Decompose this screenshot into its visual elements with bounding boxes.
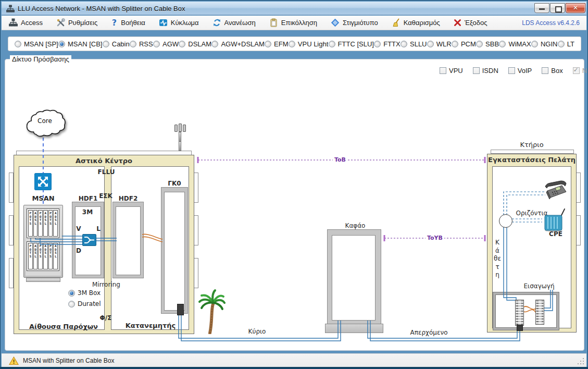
nblt-checkbox: NBLT [573, 67, 588, 75]
mirror-radio[interactable]: 3M Box [68, 289, 101, 297]
radio-icon [531, 41, 538, 47]
mode-radio[interactable]: MSAN [CB] [58, 40, 102, 48]
mirror-radio[interactable]: Duratel [68, 300, 101, 308]
line-card: ADSL [33, 210, 38, 237]
mode-radio[interactable]: NGIN [531, 40, 558, 48]
gko-cable-connector [177, 304, 184, 315]
entry-label: Εισαγωγή [521, 282, 557, 290]
toolbar-access-button[interactable]: Access [9, 18, 43, 27]
msan-switch-icon [34, 173, 52, 190]
mode-radio[interactable]: SBB [476, 40, 499, 48]
cpe-label: CPE [545, 230, 566, 238]
building-window [194, 173, 198, 203]
mode-radio[interactable]: RSS [130, 40, 153, 48]
street-cabinet-base [325, 324, 383, 333]
refresh-icon [212, 18, 221, 27]
app-version-label: LDS Access v6.4.2.6 [522, 19, 580, 27]
radio-icon [68, 290, 75, 297]
title-bar[interactable]: LLU Access Network - MSAN with Splitter … [2, 2, 586, 15]
distribution-point-circle [499, 214, 512, 228]
mode-radio-label: SBB [485, 40, 499, 48]
box-checkbox[interactable]: Box [542, 67, 562, 75]
splitter-l-label: L [94, 225, 103, 232]
toolbar-circuit-button[interactable]: Κύκλωμα [159, 18, 199, 27]
antenna-mast [179, 141, 181, 151]
palm-tree [197, 287, 226, 334]
window-title: LLU Access Network - MSAN with Splitter … [18, 5, 185, 13]
service-checkbox-row: VPU ISDN VoIP Box NBLT [440, 67, 588, 75]
mode-radio[interactable]: DSLAM [179, 40, 211, 48]
radio-icon [401, 41, 407, 47]
radio-icon [15, 41, 21, 47]
mode-radio[interactable]: SLLU [401, 40, 427, 48]
radio-icon [179, 41, 185, 47]
mode-radio[interactable]: LT [558, 40, 574, 48]
line-card: ADSL [53, 210, 58, 237]
mode-radio[interactable]: FTTC [SLU] [329, 40, 374, 48]
line-card: ADSL [43, 210, 48, 237]
mode-radio[interactable]: WiMAX [499, 40, 531, 48]
toolbar-label: Βοήθεια [121, 19, 145, 27]
radio-icon [211, 41, 218, 47]
toolbar-clean-button[interactable]: Καθαρισμός [392, 18, 440, 27]
mode-radio[interactable]: WLR [427, 40, 452, 48]
toolbar-refresh-button[interactable]: Ανανέωση [212, 18, 256, 27]
close-button[interactable] [566, 3, 585, 13]
mode-radio[interactable]: PCM [452, 40, 476, 48]
checkbox-icon [508, 67, 515, 74]
mode-radio[interactable]: FTTX [374, 40, 401, 48]
voip-checkbox[interactable]: VoIP [508, 67, 532, 75]
mode-radio-label: NGIN [541, 40, 558, 48]
mode-radio[interactable]: AGW+DSLAM [211, 40, 264, 48]
warning-icon: ! [9, 356, 19, 365]
central-office-title: Αστικό Κέντρο [14, 156, 194, 166]
checkbox-label: NBLT [582, 67, 588, 75]
help-icon: ? [111, 18, 118, 27]
toolbar-paste-button[interactable]: Επικόλληση [269, 18, 317, 27]
toolbar-help-button[interactable]: ? Βοήθεια [111, 18, 145, 27]
building-label: Κτήριο [508, 141, 555, 149]
mirror-radio-label: 3M Box [78, 289, 101, 297]
toolbar-snapshot-button[interactable]: Στιγμιότυπο [331, 18, 378, 27]
isdn-checkbox[interactable]: ISDN [473, 67, 498, 75]
status-message: MSAN with Splitter on Cable Box [23, 357, 114, 364]
radio-icon [103, 41, 109, 47]
building-window [9, 173, 14, 203]
mode-radio-label: FTTX [383, 40, 401, 48]
restore-button[interactable] [550, 3, 565, 13]
radio-icon [452, 41, 458, 47]
customer-title: Εγκαταστάσεις Πελάτη [487, 155, 576, 165]
hdf1-label: HDF1 [73, 195, 103, 202]
toolbar-exit-button[interactable]: Έξοδος [454, 19, 487, 27]
building-window [576, 173, 581, 203]
tob-link-label: ToB [333, 156, 347, 163]
checkbox-label: VPU [449, 67, 463, 75]
resize-grip[interactable] [577, 357, 584, 364]
mode-radio[interactable]: EFM [265, 40, 288, 48]
toolbar-settings-button[interactable]: Ρυθμίσεις [56, 18, 97, 27]
vpu-checkbox[interactable]: VPU [440, 67, 463, 75]
mirroring-label: Mirroring [88, 281, 124, 288]
mode-radio[interactable]: Cabin [103, 40, 130, 48]
svg-text:!: ! [12, 359, 15, 365]
radio-icon [265, 41, 271, 47]
minimize-button[interactable] [534, 3, 549, 13]
mirror-radio-label: Duratel [78, 300, 101, 308]
radio-icon [329, 41, 335, 47]
hdf2-rack [113, 202, 143, 278]
mode-radio-label: LT [567, 40, 574, 48]
outgoing-cable-label: Απερχόμενο [404, 329, 454, 336]
mode-radio[interactable]: MSAN [SP] [15, 40, 58, 48]
mode-radio[interactable]: VPU Light [289, 40, 329, 48]
mode-radio-label: FTTC [SLU] [338, 40, 374, 48]
radio-icon [58, 41, 65, 47]
checkbox-label: VoIP [518, 67, 532, 75]
line-card: POTS [38, 243, 43, 269]
mode-radio-label: VPU Light [298, 40, 329, 48]
mirroring-options: 3M Box Duratel [68, 289, 101, 308]
mode-radio-label: DSLAM [188, 40, 211, 48]
exit-icon [454, 19, 461, 27]
line-card: POTS [38, 210, 43, 237]
mode-radio[interactable]: AGW [153, 40, 179, 48]
radio-icon [130, 41, 136, 47]
